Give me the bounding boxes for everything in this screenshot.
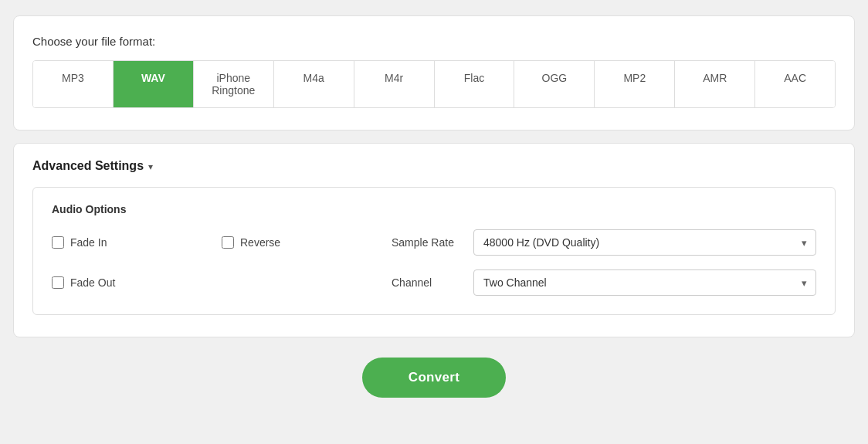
- reverse-label: Reverse: [240, 236, 280, 249]
- convert-button[interactable]: Convert: [362, 358, 506, 398]
- channel-label: Channel: [392, 276, 461, 289]
- fade-in-checkbox-label[interactable]: Fade In: [52, 236, 222, 249]
- format-tab-mp2[interactable]: MP2: [595, 61, 675, 107]
- advanced-settings-card: Advanced Settings ▾ Audio Options Fade I…: [13, 143, 855, 337]
- convert-area: Convert: [13, 350, 855, 405]
- format-tab-m4a[interactable]: M4a: [274, 61, 354, 107]
- reverse-checkbox-label[interactable]: Reverse: [222, 236, 392, 249]
- format-tab-ogg[interactable]: OGG: [514, 61, 595, 107]
- format-tab-amr[interactable]: AMR: [675, 61, 755, 107]
- format-tabs: MP3WAViPhone RingtoneM4aM4rFlacOGGMP2AMR…: [32, 60, 836, 108]
- format-tab-m4r[interactable]: M4r: [354, 61, 435, 107]
- format-tab-iphone-ringtone[interactable]: iPhone Ringtone: [194, 61, 274, 107]
- format-tab-flac[interactable]: Flac: [435, 61, 515, 107]
- advanced-settings-title: Advanced Settings: [32, 159, 144, 173]
- audio-options-box: Audio Options Fade In Reverse Sample Rat…: [32, 187, 836, 315]
- channel-select[interactable]: Single ChannelTwo Channel: [473, 269, 816, 296]
- format-section-label: Choose your file format:: [32, 35, 836, 48]
- fade-in-checkbox[interactable]: [52, 236, 64, 249]
- format-tab-aac[interactable]: AAC: [755, 61, 835, 107]
- sample-rate-field: Sample Rate 8000 Hz (Phone Quality)22050…: [392, 229, 816, 256]
- sample-rate-select[interactable]: 8000 Hz (Phone Quality)22050 Hz (FM Radi…: [473, 229, 816, 256]
- options-grid: Fade In Reverse Sample Rate 8000 Hz (Pho…: [52, 229, 816, 296]
- fade-in-label: Fade In: [70, 236, 107, 249]
- fade-out-checkbox[interactable]: [52, 276, 64, 289]
- reverse-checkbox[interactable]: [222, 236, 234, 249]
- audio-options-title: Audio Options: [52, 203, 816, 215]
- channel-select-wrapper: Single ChannelTwo Channel: [473, 269, 816, 296]
- fade-out-checkbox-label[interactable]: Fade Out: [52, 276, 222, 289]
- fade-out-label: Fade Out: [70, 276, 115, 289]
- format-tab-mp3[interactable]: MP3: [33, 61, 114, 107]
- advanced-settings-header[interactable]: Advanced Settings ▾: [32, 159, 836, 173]
- format-card: Choose your file format: MP3WAViPhone Ri…: [13, 15, 855, 130]
- channel-field: Channel Single ChannelTwo Channel: [392, 269, 816, 296]
- sample-rate-select-wrapper: 8000 Hz (Phone Quality)22050 Hz (FM Radi…: [473, 229, 816, 256]
- chevron-down-icon: ▾: [148, 161, 153, 172]
- format-tab-wav[interactable]: WAV: [114, 61, 194, 107]
- sample-rate-label: Sample Rate: [392, 236, 461, 249]
